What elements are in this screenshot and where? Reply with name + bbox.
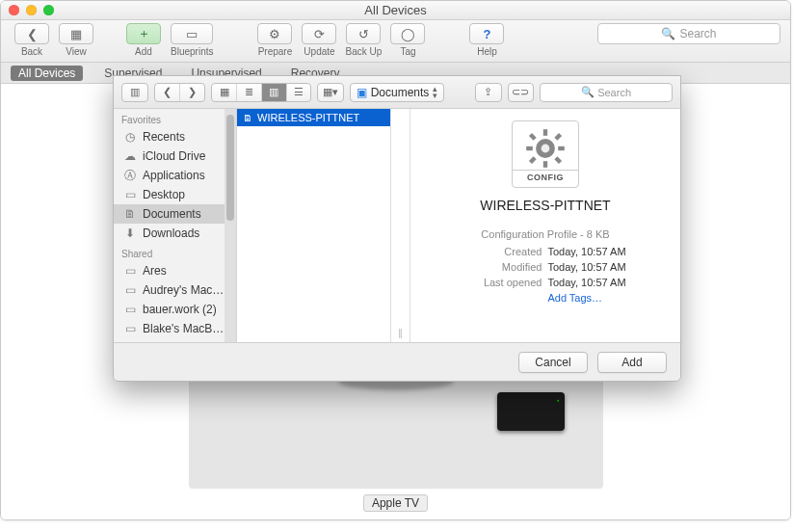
open-dialog-footer: Cancel Add xyxy=(114,342,680,381)
gear-large-icon xyxy=(524,127,567,170)
app-search-input[interactable]: 🔍 Search xyxy=(597,23,780,44)
search-icon: 🔍 xyxy=(661,27,675,40)
folder-icon: ▣ xyxy=(357,86,367,99)
blueprints-button[interactable]: ▭ Blueprints xyxy=(167,23,217,57)
svg-rect-5 xyxy=(529,133,537,141)
cancel-button[interactable]: Cancel xyxy=(518,352,588,373)
view-button[interactable]: ▦ View xyxy=(55,23,97,57)
refresh-icon: ⟳ xyxy=(314,27,325,41)
scope-all-devices[interactable]: All Devices xyxy=(11,66,83,81)
tag-icon: ◯ xyxy=(401,27,415,41)
documents-icon: 🗎 xyxy=(123,207,137,221)
nav-back-button[interactable]: ❮ xyxy=(155,84,180,101)
share-icon: ⇪ xyxy=(484,86,492,98)
preview-pane: CONFIG WIRELESS-PITTNET Configuration Pr… xyxy=(410,109,680,342)
created-value: Today, 10:57 AM xyxy=(547,244,625,259)
dialog-search-input[interactable]: 🔍 Search xyxy=(540,83,673,102)
view-columns-button[interactable]: ▥ xyxy=(261,84,286,101)
preview-meta-table: CreatedToday, 10:57 AM ModifiedToday, 10… xyxy=(464,244,625,306)
opened-value: Today, 10:57 AM xyxy=(547,275,625,290)
tag-button[interactable]: ◯ Tag xyxy=(386,23,429,57)
open-dialog-toolbar: ▥ ❮ ❯ ▦ ≣ ▥ ☰ ▦▾ ▣ Documents ▴▾ ⇪ xyxy=(114,76,680,109)
shared-header: Shared xyxy=(114,243,236,261)
svg-rect-7 xyxy=(554,133,562,141)
computer-icon: ▭ xyxy=(123,283,137,297)
sidebar-scrollbar[interactable] xyxy=(225,109,236,342)
help-button[interactable]: ? Help xyxy=(465,23,508,57)
group-seg[interactable]: ▦▾ xyxy=(317,83,344,102)
column-resize-handle[interactable]: ‖ xyxy=(391,109,410,342)
tags-button[interactable]: ⊂⊃ xyxy=(508,83,535,102)
grip-icon: ‖ xyxy=(398,328,403,342)
open-dialog: ▥ ❮ ❯ ▦ ≣ ▥ ☰ ▦▾ ▣ Documents ▴▾ ⇪ xyxy=(113,75,681,382)
view-mode-seg: ▦ ≣ ▥ ☰ xyxy=(211,83,311,102)
svg-rect-4 xyxy=(558,146,565,150)
prepare-button[interactable]: ⚙ Prepare xyxy=(253,23,296,57)
update-button[interactable]: ⟳ Update xyxy=(298,23,340,57)
scrollbar-thumb[interactable] xyxy=(226,115,234,221)
modified-value: Today, 10:57 AM xyxy=(547,259,625,275)
computer-icon: ▭ xyxy=(123,322,137,335)
sidebar-shared-bauer[interactable]: ▭bauer.work (2) xyxy=(114,300,236,319)
nav-forward-button[interactable]: ❯ xyxy=(179,84,204,101)
svg-rect-2 xyxy=(543,161,547,168)
sidebar-item-applications[interactable]: ⒶApplications xyxy=(114,166,236,185)
window-title: All Devices xyxy=(1,3,790,17)
add-tags-link[interactable]: Add Tags… xyxy=(547,290,602,306)
search-icon: 🔍 xyxy=(581,86,595,98)
svg-point-9 xyxy=(542,145,550,153)
modified-label: Modified xyxy=(464,259,542,275)
sidebar-item-desktop[interactable]: ▭Desktop xyxy=(114,185,236,204)
sidebar-item-icloud[interactable]: ☁iCloud Drive xyxy=(114,146,236,166)
svg-rect-8 xyxy=(529,156,537,164)
config-profile-icon: CONFIG xyxy=(512,120,579,188)
downloads-icon: ⬇ xyxy=(123,226,137,240)
sidebar-shared-blake[interactable]: ▭Blake's MacB… xyxy=(114,319,236,338)
add-confirm-button[interactable]: Add xyxy=(597,352,667,373)
view-list-button[interactable]: ≣ xyxy=(236,84,261,101)
titlebar: All Devices xyxy=(1,1,790,20)
tag-small-icon: ⊂⊃ xyxy=(512,86,529,98)
svg-rect-3 xyxy=(526,146,533,150)
add-button[interactable]: ＋ Add xyxy=(122,23,165,57)
device-label: Apple TV xyxy=(363,494,428,512)
sidebar-toggle-seg[interactable]: ▥ xyxy=(121,83,148,102)
computer-icon: ▭ xyxy=(123,264,137,278)
appletv-graphic xyxy=(497,392,565,431)
group-button[interactable]: ▦▾ xyxy=(318,84,343,101)
chevron-left-icon: ❮ xyxy=(27,27,38,41)
sidebar-item-downloads[interactable]: ⬇Downloads xyxy=(114,224,236,243)
backup-button[interactable]: ↺ Back Up xyxy=(342,23,384,57)
file-column: 🗎 WIRELESS-PITTNET xyxy=(237,109,391,342)
sidebar-item-documents[interactable]: 🗎Documents xyxy=(114,204,236,224)
file-row-selected[interactable]: 🗎 WIRELESS-PITTNET xyxy=(237,109,390,126)
sidebar-shared-ares[interactable]: ▭Ares xyxy=(114,261,236,280)
nav-seg: ❮ ❯ xyxy=(154,83,205,102)
favorites-header: Favorites xyxy=(114,109,236,127)
location-popup[interactable]: ▣ Documents ▴▾ xyxy=(350,83,445,102)
blueprint-icon: ▭ xyxy=(186,27,198,41)
clock-icon: ◷ xyxy=(123,130,137,144)
gear-icon: ⚙ xyxy=(269,27,280,41)
grid-icon: ▦ xyxy=(70,27,82,41)
view-gallery-button[interactable]: ☰ xyxy=(286,84,311,101)
opened-label: Last opened xyxy=(464,275,542,290)
sidebar-item-recents[interactable]: ◷Recents xyxy=(114,127,236,146)
location-label: Documents xyxy=(371,86,430,99)
svg-rect-1 xyxy=(543,129,547,136)
sidebar-shared-audrey[interactable]: ▭Audrey's Mac… xyxy=(114,280,236,300)
open-dialog-body: Favorites ◷Recents ☁iCloud Drive ⒶApplic… xyxy=(114,109,680,342)
popup-arrows-icon: ▴▾ xyxy=(433,86,437,99)
dialog-sidebar: Favorites ◷Recents ☁iCloud Drive ⒶApplic… xyxy=(114,109,237,342)
created-label: Created xyxy=(464,244,542,259)
cloud-icon: ☁ xyxy=(123,149,137,163)
view-icons-button[interactable]: ▦ xyxy=(212,84,237,101)
main-window: All Devices ❮ Back ▦ View ＋ Add ▭ Bluepr… xyxy=(0,0,791,520)
share-button[interactable]: ⇪ xyxy=(475,83,502,102)
svg-rect-6 xyxy=(554,156,562,164)
config-badge-label: CONFIG xyxy=(513,170,578,184)
back-button[interactable]: ❮ Back xyxy=(11,23,53,57)
desktop-icon: ▭ xyxy=(123,188,137,201)
apps-icon: Ⓐ xyxy=(123,168,137,184)
sidebar-toggle-icon[interactable]: ▥ xyxy=(122,84,147,101)
